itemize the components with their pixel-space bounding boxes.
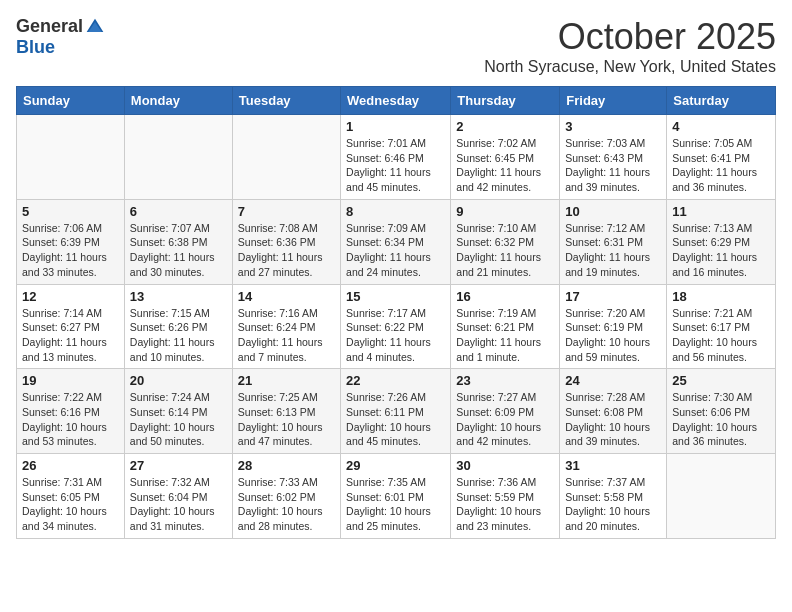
calendar-week-row: 26Sunrise: 7:31 AM Sunset: 6:05 PM Dayli… [17,454,776,539]
day-info: Sunrise: 7:07 AM Sunset: 6:38 PM Dayligh… [130,221,227,280]
day-number: 25 [672,373,770,388]
day-number: 10 [565,204,661,219]
calendar-day-8: 8Sunrise: 7:09 AM Sunset: 6:34 PM Daylig… [341,199,451,284]
day-info: Sunrise: 7:16 AM Sunset: 6:24 PM Dayligh… [238,306,335,365]
calendar-day-5: 5Sunrise: 7:06 AM Sunset: 6:39 PM Daylig… [17,199,125,284]
day-info: Sunrise: 7:28 AM Sunset: 6:08 PM Dayligh… [565,390,661,449]
weekday-header-tuesday: Tuesday [232,87,340,115]
month-title: October 2025 [484,16,776,58]
day-info: Sunrise: 7:19 AM Sunset: 6:21 PM Dayligh… [456,306,554,365]
calendar-empty-cell [667,454,776,539]
day-info: Sunrise: 7:25 AM Sunset: 6:13 PM Dayligh… [238,390,335,449]
calendar-day-31: 31Sunrise: 7:37 AM Sunset: 5:58 PM Dayli… [560,454,667,539]
calendar-day-20: 20Sunrise: 7:24 AM Sunset: 6:14 PM Dayli… [124,369,232,454]
calendar-day-21: 21Sunrise: 7:25 AM Sunset: 6:13 PM Dayli… [232,369,340,454]
header: General Blue October 2025 North Syracuse… [16,16,776,76]
day-number: 16 [456,289,554,304]
calendar-day-26: 26Sunrise: 7:31 AM Sunset: 6:05 PM Dayli… [17,454,125,539]
calendar-day-3: 3Sunrise: 7:03 AM Sunset: 6:43 PM Daylig… [560,115,667,200]
day-number: 7 [238,204,335,219]
logo: General Blue [16,16,105,58]
day-info: Sunrise: 7:09 AM Sunset: 6:34 PM Dayligh… [346,221,445,280]
day-info: Sunrise: 7:30 AM Sunset: 6:06 PM Dayligh… [672,390,770,449]
day-number: 23 [456,373,554,388]
day-info: Sunrise: 7:02 AM Sunset: 6:45 PM Dayligh… [456,136,554,195]
weekday-header-wednesday: Wednesday [341,87,451,115]
calendar-week-row: 5Sunrise: 7:06 AM Sunset: 6:39 PM Daylig… [17,199,776,284]
day-number: 21 [238,373,335,388]
calendar-day-18: 18Sunrise: 7:21 AM Sunset: 6:17 PM Dayli… [667,284,776,369]
weekday-header-sunday: Sunday [17,87,125,115]
day-info: Sunrise: 7:33 AM Sunset: 6:02 PM Dayligh… [238,475,335,534]
day-info: Sunrise: 7:03 AM Sunset: 6:43 PM Dayligh… [565,136,661,195]
day-number: 1 [346,119,445,134]
day-info: Sunrise: 7:01 AM Sunset: 6:46 PM Dayligh… [346,136,445,195]
day-number: 14 [238,289,335,304]
day-info: Sunrise: 7:20 AM Sunset: 6:19 PM Dayligh… [565,306,661,365]
calendar-day-15: 15Sunrise: 7:17 AM Sunset: 6:22 PM Dayli… [341,284,451,369]
day-number: 28 [238,458,335,473]
day-number: 19 [22,373,119,388]
logo-icon [85,17,105,37]
day-info: Sunrise: 7:37 AM Sunset: 5:58 PM Dayligh… [565,475,661,534]
day-info: Sunrise: 7:24 AM Sunset: 6:14 PM Dayligh… [130,390,227,449]
day-info: Sunrise: 7:17 AM Sunset: 6:22 PM Dayligh… [346,306,445,365]
calendar-day-9: 9Sunrise: 7:10 AM Sunset: 6:32 PM Daylig… [451,199,560,284]
calendar-day-28: 28Sunrise: 7:33 AM Sunset: 6:02 PM Dayli… [232,454,340,539]
calendar-day-27: 27Sunrise: 7:32 AM Sunset: 6:04 PM Dayli… [124,454,232,539]
day-number: 30 [456,458,554,473]
day-number: 9 [456,204,554,219]
calendar-day-14: 14Sunrise: 7:16 AM Sunset: 6:24 PM Dayli… [232,284,340,369]
calendar-day-1: 1Sunrise: 7:01 AM Sunset: 6:46 PM Daylig… [341,115,451,200]
day-number: 13 [130,289,227,304]
calendar-day-29: 29Sunrise: 7:35 AM Sunset: 6:01 PM Dayli… [341,454,451,539]
day-number: 15 [346,289,445,304]
day-number: 6 [130,204,227,219]
day-info: Sunrise: 7:08 AM Sunset: 6:36 PM Dayligh… [238,221,335,280]
day-number: 27 [130,458,227,473]
logo-blue-text: Blue [16,37,55,58]
day-number: 4 [672,119,770,134]
calendar-day-24: 24Sunrise: 7:28 AM Sunset: 6:08 PM Dayli… [560,369,667,454]
calendar-week-row: 1Sunrise: 7:01 AM Sunset: 6:46 PM Daylig… [17,115,776,200]
calendar-day-30: 30Sunrise: 7:36 AM Sunset: 5:59 PM Dayli… [451,454,560,539]
calendar-empty-cell [232,115,340,200]
day-info: Sunrise: 7:21 AM Sunset: 6:17 PM Dayligh… [672,306,770,365]
calendar-week-row: 19Sunrise: 7:22 AM Sunset: 6:16 PM Dayli… [17,369,776,454]
day-number: 22 [346,373,445,388]
calendar: SundayMondayTuesdayWednesdayThursdayFrid… [16,86,776,539]
day-info: Sunrise: 7:36 AM Sunset: 5:59 PM Dayligh… [456,475,554,534]
day-info: Sunrise: 7:26 AM Sunset: 6:11 PM Dayligh… [346,390,445,449]
calendar-day-17: 17Sunrise: 7:20 AM Sunset: 6:19 PM Dayli… [560,284,667,369]
day-number: 20 [130,373,227,388]
day-info: Sunrise: 7:27 AM Sunset: 6:09 PM Dayligh… [456,390,554,449]
calendar-day-6: 6Sunrise: 7:07 AM Sunset: 6:38 PM Daylig… [124,199,232,284]
weekday-header-row: SundayMondayTuesdayWednesdayThursdayFrid… [17,87,776,115]
day-number: 5 [22,204,119,219]
day-number: 8 [346,204,445,219]
calendar-day-12: 12Sunrise: 7:14 AM Sunset: 6:27 PM Dayli… [17,284,125,369]
day-info: Sunrise: 7:10 AM Sunset: 6:32 PM Dayligh… [456,221,554,280]
day-info: Sunrise: 7:31 AM Sunset: 6:05 PM Dayligh… [22,475,119,534]
day-info: Sunrise: 7:35 AM Sunset: 6:01 PM Dayligh… [346,475,445,534]
logo-general-text: General [16,16,83,37]
day-info: Sunrise: 7:05 AM Sunset: 6:41 PM Dayligh… [672,136,770,195]
calendar-day-23: 23Sunrise: 7:27 AM Sunset: 6:09 PM Dayli… [451,369,560,454]
calendar-day-4: 4Sunrise: 7:05 AM Sunset: 6:41 PM Daylig… [667,115,776,200]
calendar-day-19: 19Sunrise: 7:22 AM Sunset: 6:16 PM Dayli… [17,369,125,454]
day-info: Sunrise: 7:32 AM Sunset: 6:04 PM Dayligh… [130,475,227,534]
calendar-empty-cell [17,115,125,200]
day-info: Sunrise: 7:12 AM Sunset: 6:31 PM Dayligh… [565,221,661,280]
day-number: 3 [565,119,661,134]
day-info: Sunrise: 7:14 AM Sunset: 6:27 PM Dayligh… [22,306,119,365]
day-number: 12 [22,289,119,304]
title-area: October 2025 North Syracuse, New York, U… [484,16,776,76]
calendar-day-16: 16Sunrise: 7:19 AM Sunset: 6:21 PM Dayli… [451,284,560,369]
day-info: Sunrise: 7:06 AM Sunset: 6:39 PM Dayligh… [22,221,119,280]
calendar-day-25: 25Sunrise: 7:30 AM Sunset: 6:06 PM Dayli… [667,369,776,454]
calendar-empty-cell [124,115,232,200]
weekday-header-saturday: Saturday [667,87,776,115]
calendar-week-row: 12Sunrise: 7:14 AM Sunset: 6:27 PM Dayli… [17,284,776,369]
day-number: 29 [346,458,445,473]
day-number: 2 [456,119,554,134]
